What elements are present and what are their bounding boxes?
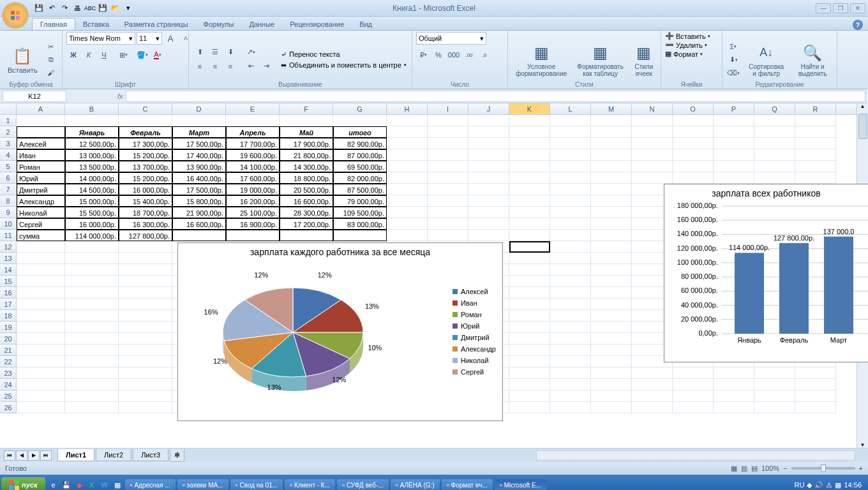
ql-x-icon[interactable]: ◆ (73, 479, 85, 490)
insert-cells-button[interactable]: ➕Вставить▾ (665, 32, 710, 40)
ql-doc-icon[interactable]: ▦ (112, 479, 123, 490)
task-item[interactable]: ▫заявки МА... (177, 479, 228, 490)
task-item[interactable]: ▫СУФД веб-... (337, 479, 389, 490)
save-icon[interactable]: 💾 (33, 3, 45, 14)
task-item[interactable]: ▫Клиент - К... (285, 479, 335, 490)
sheet-tab-2[interactable]: Лист2 (96, 449, 131, 461)
clock[interactable]: 14:56 (844, 481, 862, 489)
align-center-icon[interactable]: ≡ (208, 60, 222, 73)
sheet-nav-last[interactable]: ⏭ (40, 450, 52, 461)
delete-cells-button[interactable]: ➖Удалить▾ (665, 41, 707, 49)
lang-indicator[interactable]: RU (795, 481, 805, 489)
align-bottom-icon[interactable]: ⬇ (223, 46, 237, 59)
cut-icon[interactable]: ✂ (44, 41, 58, 54)
comma-icon[interactable]: 000 (447, 48, 461, 61)
sheet-tab-1[interactable]: Лист1 (57, 449, 94, 461)
format-table-button[interactable]: ▦ Форматировать как таблицу (573, 41, 627, 78)
ql-save-icon[interactable]: 💾 (61, 479, 72, 490)
borders-icon[interactable]: ⊞▾ (116, 48, 130, 61)
ql-excel-icon[interactable]: X (86, 479, 98, 490)
name-box[interactable]: K12 (3, 91, 66, 102)
tab-layout[interactable]: Разметка страницы (117, 19, 196, 30)
font-size-combo[interactable]: 11▾ (137, 32, 162, 45)
bold-button[interactable]: Ж (66, 48, 80, 61)
zoom-slider[interactable] (791, 467, 855, 470)
horizontal-scrollbar[interactable] (536, 450, 855, 461)
sheet-tab-3[interactable]: Лист3 (133, 449, 168, 461)
copy-icon[interactable]: ⧉ (44, 54, 58, 66)
find-select-button[interactable]: 🔍 Найти и выделить (792, 41, 833, 78)
tray-icon-3[interactable]: ⚠ (826, 481, 832, 489)
spell-icon[interactable]: ABC (84, 3, 96, 14)
ql-word-icon[interactable]: W (99, 479, 110, 490)
scroll-thumb[interactable] (858, 114, 867, 139)
office-button[interactable] (3, 3, 28, 28)
fill-color-icon[interactable]: 🪣▾ (135, 48, 149, 61)
sheet-nav-first[interactable]: ⏮ (4, 450, 15, 461)
task-item[interactable]: ▫АЛЁНА (G:) (391, 479, 440, 490)
tab-data[interactable]: Данные (241, 19, 282, 30)
cell-styles-button[interactable]: ▦ Стили ячеек (630, 41, 658, 78)
sheet-nav-prev[interactable]: ◀ (16, 450, 27, 461)
autosum-icon[interactable]: Σ▾ (726, 40, 740, 53)
tab-insert[interactable]: Вставка (75, 19, 117, 30)
tray-icon-2[interactable]: 🔊 (814, 481, 823, 489)
tab-formulas[interactable]: Формулы (196, 19, 242, 30)
zoom-in-button[interactable]: + (859, 464, 863, 472)
open-icon[interactable]: 📂 (110, 3, 121, 14)
redo-icon[interactable]: ↷ (59, 3, 70, 14)
font-color-icon[interactable]: A▾ (151, 48, 165, 61)
task-item[interactable]: ▫Microsoft E... (495, 479, 546, 490)
undo-icon[interactable]: ↶ (46, 3, 57, 14)
currency-icon[interactable]: ₽▾ (416, 48, 430, 61)
clear-icon[interactable]: ⌫▾ (726, 67, 740, 80)
align-middle-icon[interactable]: ☰ (208, 46, 222, 59)
tray-icon-4[interactable]: ▦ (835, 481, 841, 489)
cond-format-button[interactable]: ▦ Условное форматирование (512, 41, 571, 78)
inc-dec-icon[interactable]: ,00 (462, 48, 476, 61)
merge-button[interactable]: ⬌Объединить и поместить в центре▾ (281, 61, 407, 70)
wrap-text-button[interactable]: ⤶Перенос текста (281, 50, 407, 59)
task-item[interactable]: ▫Формат яч... (442, 479, 493, 490)
formula-input[interactable] (126, 91, 865, 102)
task-item[interactable]: ▫Адресная ... (125, 479, 176, 490)
grow-font-icon[interactable]: A (163, 32, 177, 45)
tab-view[interactable]: Вид (352, 19, 380, 30)
indent-inc-icon[interactable]: ⇥ (259, 60, 273, 73)
font-name-combo[interactable]: Times New Rom▾ (66, 32, 135, 45)
align-top-icon[interactable]: ⬆ (193, 46, 207, 59)
ql-ie-icon[interactable]: e (48, 479, 59, 490)
fx-icon[interactable]: fx (117, 93, 123, 100)
align-left-icon[interactable]: ≡ (193, 60, 207, 73)
sort-filter-button[interactable]: A↓ Сортировка и фильтр (743, 41, 789, 78)
print-icon[interactable]: 🖶 (71, 3, 83, 14)
bar-chart[interactable]: зарплата всех работников 0,00р.20 000,00… (664, 184, 868, 362)
restore-button[interactable]: ❐ (833, 3, 848, 13)
zoom-value[interactable]: 100% (761, 464, 779, 472)
pie-chart[interactable]: зарплата каждого работника за все месяца… (177, 242, 503, 421)
underline-button[interactable]: Ч (97, 48, 111, 61)
dec-dec-icon[interactable]: ,0 (477, 48, 491, 61)
worksheet-grid[interactable]: ABCDEFGHIJKLMNOPQR 123456789101112131415… (0, 103, 868, 448)
new-sheet-button[interactable]: ✻ (170, 449, 184, 462)
qat-dropdown-icon[interactable]: ▾ (123, 3, 134, 14)
paste-button[interactable]: 📋 Вставить (4, 45, 41, 75)
help-icon[interactable]: ? (853, 20, 863, 30)
orientation-icon[interactable]: ↗▾ (244, 46, 258, 59)
tab-home[interactable]: Главная (32, 18, 75, 30)
number-format-combo[interactable]: Общий▾ (416, 32, 486, 45)
sheet-nav-next[interactable]: ▶ (28, 450, 40, 461)
italic-button[interactable]: К (82, 48, 96, 61)
format-painter-icon[interactable]: 🖌 (44, 66, 58, 79)
percent-icon[interactable]: % (431, 48, 445, 61)
view-normal-icon[interactable]: ▦ (731, 464, 737, 473)
start-button[interactable]: пуск (1, 477, 45, 490)
tab-review[interactable]: Рецензирование (282, 19, 352, 30)
indent-dec-icon[interactable]: ⇤ (244, 60, 258, 73)
fill-icon[interactable]: ⬇▾ (726, 54, 740, 66)
align-right-icon[interactable]: ≡ (223, 60, 237, 73)
tray-icon-1[interactable]: ◆ (807, 481, 812, 489)
close-button[interactable]: ✕ (850, 3, 865, 13)
format-cells-button[interactable]: ▦Формат▾ (665, 50, 703, 58)
task-item[interactable]: ▫Свод на 01... (230, 479, 283, 490)
